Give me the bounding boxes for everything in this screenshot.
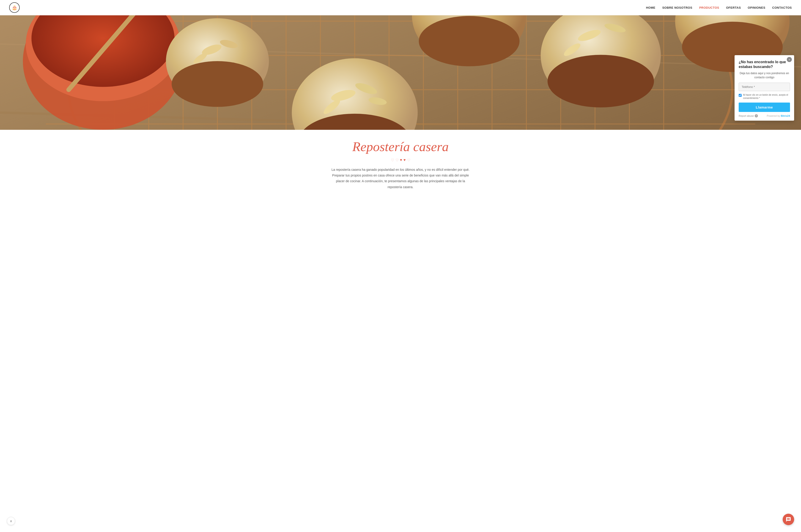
nav-about[interactable]: SOBRE NOSOTROS xyxy=(662,6,692,10)
svg-point-52 xyxy=(548,55,654,108)
svg-point-46 xyxy=(419,16,520,66)
page-title: Repostería casera xyxy=(325,139,476,154)
consent-area: Al hacer clic en un botón de envío, acep… xyxy=(739,93,790,100)
svg-point-35 xyxy=(171,61,263,107)
logo-icon: 🎂 xyxy=(9,2,20,13)
help-icon: ? xyxy=(755,114,758,117)
main-content: Repostería casera ♡ ♡ ♥ ♥ ♡ La reposterí… xyxy=(320,139,481,190)
popup-subtitle: Deja tus datos aquí y nos pondremos en c… xyxy=(739,71,790,79)
heart-3: ♥ xyxy=(400,158,402,162)
heart-1: ♡ xyxy=(391,158,394,162)
popup-close-button[interactable]: × xyxy=(787,57,792,62)
nav-products[interactable]: PRODUCTOS xyxy=(699,6,719,10)
heart-4: ♥ xyxy=(403,158,406,162)
consent-checkbox[interactable] xyxy=(739,94,742,97)
report-abuse-text: Report abuse xyxy=(739,114,754,117)
heart-2: ♡ xyxy=(396,158,399,162)
logo[interactable]: 🎂 xyxy=(9,2,20,13)
nav-contacts[interactable]: CONTACTOS xyxy=(772,6,792,10)
popup-footer: Report abuse ? Powered by Bitrix24 xyxy=(739,114,790,117)
phone-input[interactable] xyxy=(739,83,790,91)
site-header: 🎂 HOME SOBRE NOSOTROS PRODUCTOS OFERTAS … xyxy=(0,0,801,15)
hero-section: × ¿No has encontrado lo que estabas busc… xyxy=(0,15,801,130)
powered-by: Powered by Bitrix24 xyxy=(767,114,790,117)
hero-image: × ¿No has encontrado lo que estabas busc… xyxy=(0,15,801,130)
page-description: La repostería casera ha ganado popularid… xyxy=(329,167,472,190)
main-nav: HOME SOBRE NOSOTROS PRODUCTOS OFERTAS OP… xyxy=(646,6,792,10)
popup-title: ¿No has encontrado lo que estabas buscan… xyxy=(739,60,790,69)
hearts-decoration: ♡ ♡ ♥ ♥ ♡ xyxy=(325,158,476,162)
heart-5: ♡ xyxy=(407,158,411,162)
consent-label: Al hacer clic en un botón de envío, acep… xyxy=(743,93,790,100)
contact-popup: × ¿No has encontrado lo que estabas busc… xyxy=(734,55,794,121)
call-me-button[interactable]: Llamarme xyxy=(739,102,790,112)
report-abuse-link[interactable]: Report abuse ? xyxy=(739,114,758,117)
nav-home[interactable]: HOME xyxy=(646,6,655,10)
nav-opinions[interactable]: OPINIONES xyxy=(748,6,765,10)
nav-offers[interactable]: OFERTAS xyxy=(726,6,741,10)
